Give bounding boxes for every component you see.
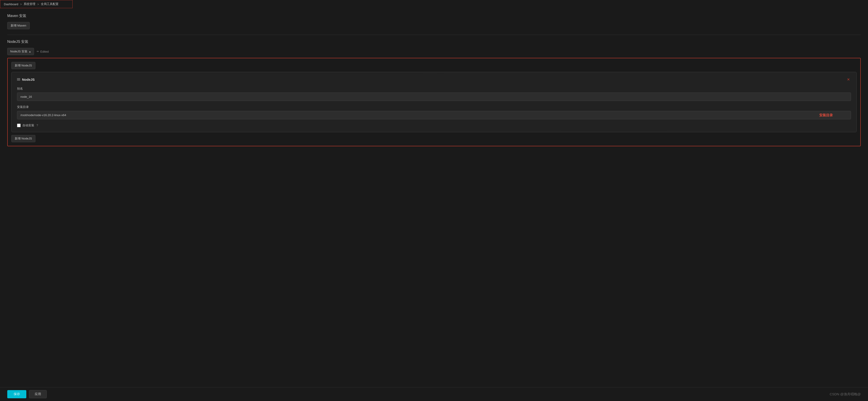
help-icon[interactable]: ? (36, 124, 38, 127)
breadcrumb-item-dashboard[interactable]: Dashboard (4, 2, 19, 6)
install-dir-label: 安装目录 (17, 105, 851, 109)
alias-group: 别名 (17, 87, 851, 101)
breadcrumb-sep-2: > (37, 2, 39, 6)
nodejs-dropdown-label: NodeJS 安装 (10, 50, 27, 54)
edited-status: ✏ Edited (37, 50, 49, 53)
apply-button[interactable]: 应用 (29, 390, 47, 398)
main-content: Maven 安装 新增 Maven NodeJS 安装 NodeJS 安装 ▲ … (0, 8, 868, 387)
edited-text: Edited (40, 50, 49, 53)
breadcrumb-sep-1: > (20, 2, 22, 6)
install-dir-group: 安装目录 安装目录 (17, 105, 851, 119)
watermark: CSDN @渔舟唱晚@ (830, 392, 861, 397)
bottom-bar: 保存 应用 CSDN @渔舟唱晚@ (0, 387, 868, 401)
close-card-button[interactable]: ✕ (845, 77, 851, 82)
maven-section-title: Maven 安装 (7, 13, 861, 19)
add-nodejs-button-top[interactable]: 新增 NodeJS (11, 62, 35, 69)
nodejs-config-container: 新增 NodeJS NodeJS ✕ 别名 (7, 58, 861, 146)
breadcrumb-item-tools[interactable]: 全局工具配置 (41, 2, 59, 6)
card-header: NodeJS ✕ (17, 77, 851, 82)
breadcrumb: Dashboard > 系统管理 > 全局工具配置 (0, 0, 72, 8)
nodejs-card: NodeJS ✕ 别名 安装目录 安装目录 (11, 72, 857, 132)
nodejs-dropdown-button[interactable]: NodeJS 安装 ▲ (7, 48, 34, 55)
card-title-area: NodeJS (17, 78, 35, 82)
add-maven-button[interactable]: 新增 Maven (7, 22, 30, 29)
nodejs-controls: NodeJS 安装 ▲ ✏ Edited (7, 48, 861, 55)
save-button[interactable]: 保存 (7, 390, 26, 398)
auto-install-row: 自动安装 ? (17, 123, 851, 127)
maven-section: Maven 安装 新增 Maven (7, 13, 861, 29)
section-divider-1 (7, 35, 861, 35)
auto-install-label: 自动安装 (23, 123, 34, 127)
add-nodejs-button-bottom[interactable]: 新增 NodeJS (11, 135, 35, 142)
install-dir-input[interactable] (17, 111, 851, 119)
breadcrumb-item-system[interactable]: 系统管理 (24, 2, 35, 6)
install-dir-wrapper: 安装目录 (17, 111, 851, 119)
drag-handle-icon[interactable] (17, 78, 20, 81)
alias-input[interactable] (17, 93, 851, 101)
nodejs-section-title: NodeJS 安装 (7, 39, 861, 44)
auto-install-checkbox[interactable] (17, 124, 21, 127)
chevron-down-icon: ▲ (29, 50, 31, 53)
pencil-icon: ✏ (37, 50, 39, 53)
nodejs-section: NodeJS 安装 NodeJS 安装 ▲ ✏ Edited 新增 NodeJS (7, 39, 861, 146)
bottom-actions: 保存 应用 (7, 390, 47, 398)
card-title: NodeJS (22, 78, 35, 82)
alias-label: 别名 (17, 87, 851, 91)
